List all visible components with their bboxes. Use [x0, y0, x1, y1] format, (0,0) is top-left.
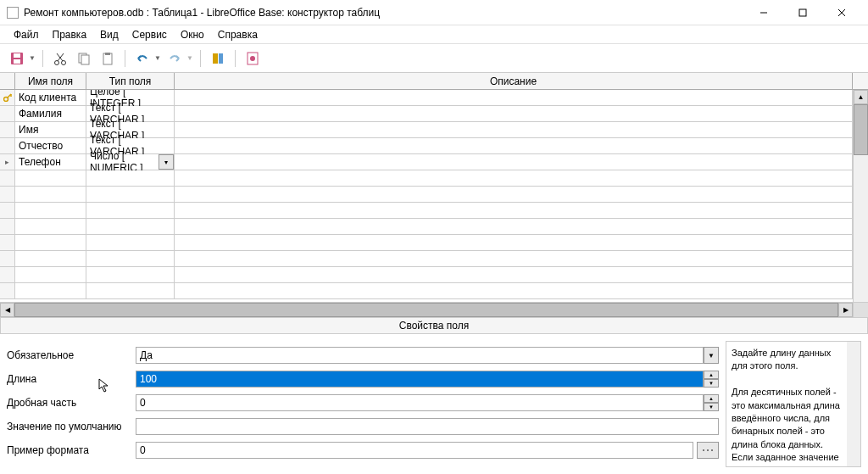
undo-icon[interactable]	[132, 48, 153, 69]
table-row[interactable]	[0, 235, 868, 251]
row-marker[interactable]	[0, 122, 15, 137]
field-desc-cell[interactable]	[175, 267, 853, 282]
field-name-cell[interactable]	[15, 251, 86, 266]
scroll-thumb-v[interactable]	[854, 104, 868, 155]
grid-header-rowselector[interactable]	[0, 73, 15, 89]
decimal-input[interactable]	[136, 394, 704, 411]
grid-vertical-scrollbar[interactable]: ▲	[853, 90, 868, 302]
close-button[interactable]	[822, 0, 861, 25]
menu-file[interactable]: Файл	[7, 27, 46, 42]
required-dropdown-icon[interactable]: ▼	[704, 347, 719, 364]
index-design-icon[interactable]	[208, 48, 228, 69]
table-row[interactable]	[0, 251, 868, 267]
scroll-thumb-h[interactable]	[14, 303, 838, 317]
length-spin-down-icon[interactable]: ▼	[704, 379, 719, 388]
default-input[interactable]	[136, 418, 719, 435]
copy-icon[interactable]	[74, 48, 94, 69]
field-type-cell[interactable]	[86, 187, 175, 202]
row-marker[interactable]	[0, 203, 15, 218]
menu-window[interactable]: Окно	[174, 27, 211, 42]
field-name-cell[interactable]	[15, 235, 86, 250]
field-type-dropdown-icon[interactable]: ▾	[159, 154, 174, 170]
field-desc-cell[interactable]	[175, 251, 853, 266]
undo-dropdown[interactable]: ▼	[154, 54, 161, 62]
row-marker[interactable]	[0, 187, 15, 202]
field-name-cell[interactable]: Отчество	[15, 138, 86, 153]
field-name-cell[interactable]: Фамилия	[15, 106, 86, 121]
field-name-cell[interactable]	[15, 203, 86, 218]
row-marker[interactable]	[0, 138, 15, 153]
grid-header-name[interactable]: Имя поля	[15, 73, 86, 89]
grid-header-type[interactable]: Тип поля	[86, 73, 175, 89]
field-desc-cell[interactable]	[175, 170, 853, 186]
table-row[interactable]	[0, 267, 868, 283]
field-desc-cell[interactable]	[175, 235, 853, 250]
field-type-cell[interactable]	[86, 267, 175, 282]
format-browse-button[interactable]	[697, 442, 719, 459]
row-marker[interactable]: ▸	[0, 154, 15, 170]
field-type-cell[interactable]: Число [ NUMERIC ]▾	[86, 154, 175, 170]
field-desc-cell[interactable]	[175, 187, 853, 202]
field-desc-cell[interactable]	[175, 219, 853, 234]
row-marker[interactable]	[0, 106, 15, 121]
field-type-cell[interactable]	[86, 235, 175, 250]
menu-help[interactable]: Справка	[211, 27, 264, 42]
table-row[interactable]: ▸ТелефонЧисло [ NUMERIC ]▾	[0, 154, 868, 170]
menu-view[interactable]: Вид	[93, 27, 125, 42]
field-desc-cell[interactable]	[175, 90, 853, 105]
row-marker[interactable]	[0, 251, 15, 266]
row-marker[interactable]	[0, 283, 15, 298]
maximize-button[interactable]	[783, 0, 822, 25]
scroll-right-arrow[interactable]: ▶	[838, 303, 853, 317]
paste-icon[interactable]	[97, 48, 118, 69]
grid-body[interactable]: Код клиентаЦелое [ INTEGER ]ФамилияТекст…	[0, 90, 868, 302]
redo-icon[interactable]	[164, 48, 185, 69]
row-marker[interactable]	[0, 235, 15, 250]
grid-header-desc[interactable]: Описание	[175, 73, 853, 89]
menu-tools[interactable]: Сервис	[125, 27, 174, 42]
field-desc-cell[interactable]	[175, 122, 853, 137]
help-scrollbar[interactable]	[847, 342, 860, 466]
grid-horizontal-scrollbar[interactable]: ◀ ▶	[0, 302, 868, 317]
row-marker[interactable]	[0, 90, 15, 105]
field-desc-cell[interactable]	[175, 203, 853, 218]
field-type-cell[interactable]	[86, 251, 175, 266]
minimize-button[interactable]	[744, 0, 783, 25]
field-desc-cell[interactable]	[175, 154, 853, 170]
field-name-cell[interactable]: Код клиента	[15, 90, 86, 105]
cut-icon[interactable]	[50, 48, 70, 69]
field-desc-cell[interactable]	[175, 138, 853, 153]
decimal-spin-up-icon[interactable]: ▲	[704, 394, 719, 403]
primary-key-icon[interactable]	[242, 48, 263, 69]
field-desc-cell[interactable]	[175, 106, 853, 121]
row-marker[interactable]	[0, 267, 15, 282]
save-dropdown[interactable]: ▼	[29, 54, 36, 62]
row-marker[interactable]	[0, 219, 15, 234]
field-desc-cell[interactable]	[175, 283, 853, 298]
field-type-cell[interactable]	[86, 283, 175, 298]
table-row[interactable]	[0, 187, 868, 203]
scroll-left-arrow[interactable]: ◀	[0, 303, 14, 317]
table-row[interactable]	[0, 219, 868, 235]
field-name-cell[interactable]	[15, 170, 86, 186]
save-icon[interactable]	[7, 48, 27, 69]
field-name-cell[interactable]	[15, 267, 86, 282]
table-row[interactable]	[0, 203, 868, 219]
length-input[interactable]	[136, 371, 704, 388]
field-name-cell[interactable]	[15, 187, 86, 202]
menu-edit[interactable]: Правка	[46, 27, 94, 42]
required-input[interactable]	[136, 347, 704, 364]
field-name-cell[interactable]	[15, 283, 86, 298]
table-row[interactable]	[0, 283, 868, 299]
field-type-cell[interactable]	[86, 219, 175, 234]
field-name-cell[interactable]: Телефон	[15, 154, 86, 170]
field-type-cell[interactable]	[86, 170, 175, 186]
field-type-cell[interactable]	[86, 203, 175, 218]
format-input[interactable]	[136, 442, 693, 459]
decimal-spin-down-icon[interactable]: ▼	[704, 403, 719, 411]
length-spin-up-icon[interactable]: ▲	[704, 371, 719, 379]
table-row[interactable]	[0, 170, 868, 187]
scroll-up-arrow[interactable]: ▲	[854, 90, 868, 104]
redo-dropdown[interactable]: ▼	[186, 54, 193, 62]
field-name-cell[interactable]	[15, 219, 86, 234]
